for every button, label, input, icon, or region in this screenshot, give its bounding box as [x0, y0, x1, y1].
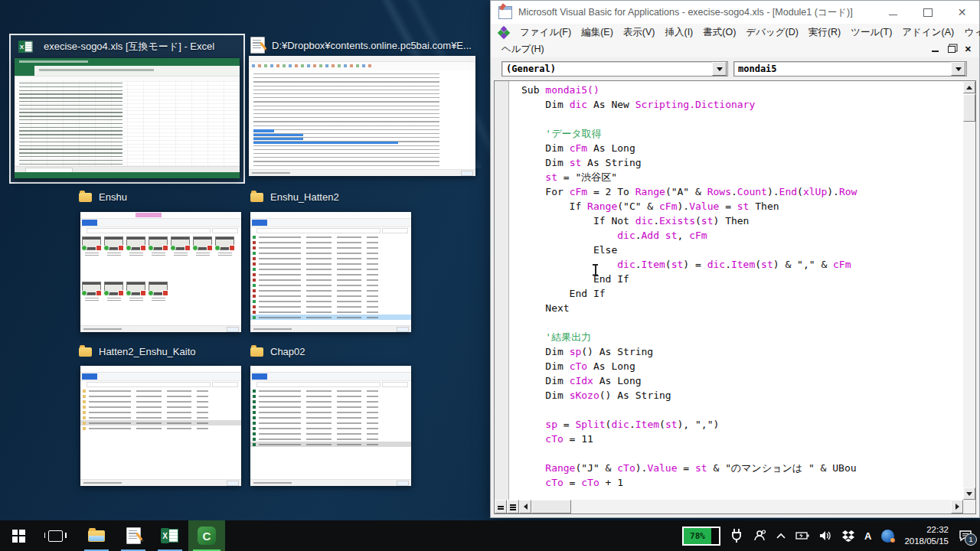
menu-item[interactable]: ツール(T) — [851, 26, 892, 39]
arrow-right-icon — [956, 504, 959, 510]
vbe-window-title: Microsoft Visual Basic for Applications … — [518, 6, 853, 19]
close-button[interactable]: ✕ — [945, 1, 979, 24]
mini-editor-selection — [253, 134, 303, 136]
file-row — [250, 250, 411, 256]
taskview-label-enshu: Enshu — [79, 191, 127, 203]
procedure-dropdown-value: mondai5 — [738, 64, 951, 74]
code-pane[interactable]: Sub mondai5() Dim dic As New Scripting.D… — [509, 81, 963, 500]
video-file-tile — [82, 282, 101, 324]
scroll-up-button[interactable] — [963, 81, 975, 93]
file-row — [250, 393, 411, 399]
file-row — [250, 234, 411, 240]
scroll-right-button[interactable] — [951, 500, 963, 514]
procedure-view-button[interactable] — [495, 500, 507, 514]
people-icon[interactable] — [753, 529, 766, 543]
dropdown-button[interactable] — [951, 62, 965, 76]
volume-icon[interactable] — [819, 530, 832, 541]
chap02-window-thumbnail[interactable] — [250, 366, 411, 486]
code-line: Else — [521, 243, 963, 257]
dropbox-icon[interactable] — [842, 530, 854, 542]
ime-mode-indicator[interactable]: A — [864, 530, 871, 542]
mdi-restore-button[interactable] — [948, 46, 956, 53]
taskbar-file-explorer[interactable] — [78, 520, 115, 551]
taskview-window-title: Chap02 — [270, 346, 305, 357]
menu-item[interactable]: 表示(V) — [623, 26, 655, 39]
taskbar-camtasia[interactable]: C — [188, 520, 225, 551]
battery-status-icon[interactable] — [795, 531, 809, 540]
taskbar-excel[interactable]: X — [152, 520, 188, 551]
horizontal-scrollbar[interactable] — [495, 500, 963, 514]
dropdown-button[interactable] — [712, 62, 727, 76]
windows-logo-icon — [12, 530, 25, 543]
procedure-dropdown[interactable]: mondai5 — [733, 61, 967, 77]
vertical-scrollbar[interactable] — [963, 81, 975, 500]
mdi-minimize-button[interactable] — [932, 50, 939, 52]
recorder-battery-indicator[interactable]: 78% — [682, 527, 720, 546]
menu-item[interactable]: アドイン(A) — [902, 26, 954, 39]
menu-item[interactable]: 挿入(I) — [665, 26, 693, 39]
file-row — [80, 420, 241, 425]
mini-explorer-titlebar — [250, 212, 411, 219]
menu-item[interactable]: 実行(R) — [808, 26, 841, 39]
taskview-window-excel[interactable]: X execise-sogo4.xls [互換モード] - Excel — [9, 34, 245, 184]
vbe-titlebar[interactable]: Microsoft Visual Basic for Applications … — [491, 1, 979, 24]
file-tab — [82, 373, 97, 380]
excel-icon: X — [18, 41, 33, 53]
file-row — [80, 393, 241, 399]
vbe-window[interactable]: Microsoft Visual Basic for Applications … — [490, 0, 980, 518]
minimize-button[interactable] — [876, 1, 910, 24]
code-line: Range("J" & cTo).Value = st & "のマンションは "… — [521, 461, 963, 475]
mini-explorer-ribbon — [80, 373, 241, 381]
file-tab — [82, 220, 97, 226]
menu-item[interactable]: 書式(O) — [703, 26, 736, 39]
menu-item[interactable]: デバッグ(D) — [746, 26, 799, 39]
menu-item[interactable]: 編集(E) — [581, 26, 613, 39]
file-row — [250, 420, 411, 425]
mini-editor-body — [249, 70, 475, 169]
menu-item-help[interactable]: ヘルプ(H) — [501, 43, 544, 56]
action-center-icon[interactable]: 1 — [959, 530, 972, 542]
horizontal-scroll-thumb[interactable] — [531, 500, 571, 514]
vbe-combo-panel: (General) mondai5 — [491, 57, 979, 80]
start-button[interactable] — [0, 520, 37, 551]
weather-globe-icon[interactable] — [881, 530, 894, 543]
enshu-hatten2-window-thumbnail[interactable] — [250, 212, 411, 332]
task-view-button[interactable] — [37, 520, 74, 551]
mini-editor-selection — [253, 138, 303, 140]
editor-window-thumbnail[interactable] — [249, 56, 475, 176]
maximize-button[interactable] — [910, 1, 945, 24]
clock[interactable]: 22:32 2018/05/15 — [904, 524, 949, 547]
code-line: End If — [521, 272, 963, 286]
file-list — [80, 388, 241, 479]
file-row — [250, 388, 411, 393]
taskbar-notepad[interactable] — [115, 520, 152, 551]
enshu-window-thumbnail[interactable] — [80, 212, 241, 332]
notepad-icon — [126, 527, 141, 544]
video-file-tile — [104, 236, 123, 279]
full-module-view-button[interactable] — [507, 500, 519, 514]
camtasia-icon: C — [198, 527, 216, 545]
power-plug-icon[interactable] — [730, 528, 743, 543]
excel-window-thumbnail[interactable] — [15, 58, 240, 178]
mini-explorer-titlebar — [80, 212, 241, 219]
code-line: cTo = cTo + 1 — [521, 475, 963, 490]
scroll-left-button[interactable] — [519, 500, 531, 514]
file-explorer-icon — [88, 530, 105, 542]
vertical-scroll-thumb[interactable] — [963, 94, 975, 122]
menu-item[interactable]: ウィンドウ(W) — [964, 26, 980, 39]
code-margin-bar[interactable] — [495, 81, 509, 500]
mdi-close-button[interactable]: ✕ — [965, 45, 972, 54]
show-hidden-icons-chevron[interactable] — [776, 533, 786, 539]
video-file-tile — [149, 236, 168, 279]
vbe-menubar: ファイル(F)編集(E)表示(V)挿入(I)書式(O)デバッグ(D)実行(R)ツ… — [491, 24, 979, 58]
code-line: Dim cFm As Long — [521, 141, 963, 155]
video-file-tile — [171, 236, 190, 279]
code-editor[interactable]: Sub mondai5() Dim dic As New Scripting.D… — [494, 80, 976, 514]
hatten2-enshu-kaito-window-thumbnail[interactable] — [80, 366, 241, 486]
mini-excel-ribbon — [15, 66, 240, 77]
scroll-down-button[interactable] — [963, 487, 975, 500]
code-line — [521, 112, 963, 126]
object-dropdown[interactable]: (General) — [501, 61, 728, 77]
menu-item[interactable]: ファイル(F) — [520, 26, 571, 39]
chevron-down-icon — [717, 67, 723, 71]
